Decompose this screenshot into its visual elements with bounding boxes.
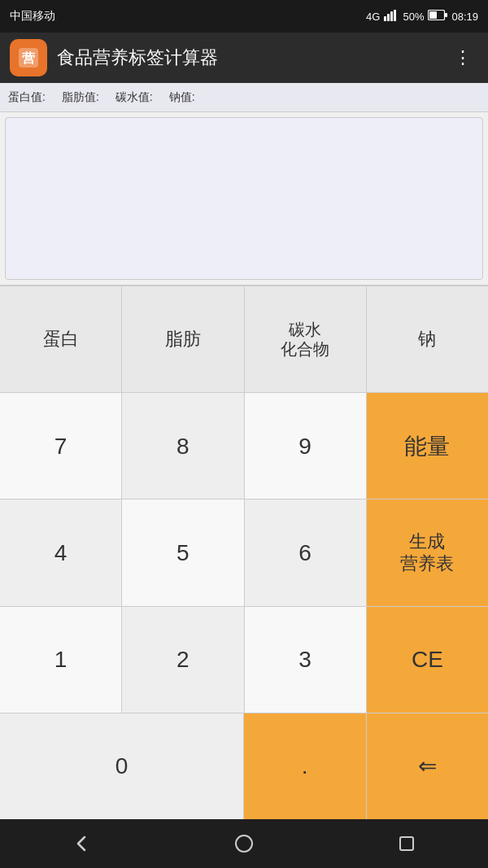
fat-label: 脂肪值:: [62, 90, 99, 105]
svg-rect-5: [445, 13, 447, 17]
home-button[interactable]: [220, 827, 268, 860]
app-icon: 营: [10, 39, 47, 76]
row-1: 7 8 9 能量: [0, 393, 488, 499]
key-7[interactable]: 7: [0, 393, 122, 499]
svg-point-10: [236, 835, 252, 852]
svg-rect-0: [384, 16, 386, 21]
row-2: 4 5 6 生成 营养表: [0, 499, 488, 606]
key-generate[interactable]: 生成 营养表: [367, 499, 488, 605]
key-9[interactable]: 9: [245, 393, 367, 499]
recents-button[interactable]: [382, 827, 431, 860]
key-protein[interactable]: 蛋白: [0, 286, 122, 392]
key-1[interactable]: 1: [0, 607, 122, 713]
app-bar: 营 食品营养标签计算器 ⋮: [0, 33, 488, 83]
svg-rect-1: [387, 14, 390, 21]
svg-rect-11: [400, 837, 413, 850]
key-8[interactable]: 8: [122, 393, 244, 499]
key-5[interactable]: 5: [122, 499, 244, 605]
info-bar: 蛋白值: 脂肪值: 碳水值: 钠值:: [0, 83, 488, 112]
display-area: [5, 117, 483, 280]
key-energy[interactable]: 能量: [367, 393, 488, 499]
time-label: 08:19: [451, 11, 478, 23]
protein-label: 蛋白值:: [8, 90, 46, 105]
status-bar: 中国移动 4G 50% 08:19: [0, 0, 488, 33]
app-title: 食品营养标签计算器: [57, 46, 447, 70]
key-4[interactable]: 4: [0, 499, 122, 605]
key-3[interactable]: 3: [245, 607, 367, 713]
sodium-label: 钠值:: [169, 90, 195, 105]
menu-icon[interactable]: ⋮: [447, 44, 478, 72]
network-label: 4G: [366, 11, 380, 23]
key-fat[interactable]: 脂肪: [122, 286, 244, 392]
key-carbs[interactable]: 碳水 化合物: [245, 286, 367, 392]
svg-rect-6: [429, 11, 437, 19]
category-row: 蛋白 脂肪 碳水 化合物 钠: [0, 286, 488, 393]
row-3: 1 2 3 CE: [0, 607, 488, 713]
svg-rect-2: [390, 11, 393, 21]
carrier-label: 中国移动: [10, 9, 55, 24]
key-backspace[interactable]: ⇐: [367, 713, 489, 819]
back-button[interactable]: [57, 827, 106, 860]
svg-rect-3: [394, 10, 396, 21]
key-0[interactable]: 0: [0, 713, 244, 819]
key-6[interactable]: 6: [245, 499, 367, 605]
svg-text:营: 营: [22, 51, 36, 65]
battery-label: 50%: [403, 11, 424, 23]
signal-icon: [384, 10, 399, 24]
key-ce[interactable]: CE: [367, 607, 488, 713]
nav-bar: [0, 819, 488, 868]
battery-icon: [428, 10, 447, 23]
row-4: 0 . ⇐: [0, 713, 488, 819]
status-icons: 4G 50% 08:19: [366, 10, 478, 24]
key-2[interactable]: 2: [122, 607, 244, 713]
carbs-label: 碳水值:: [115, 90, 153, 105]
key-dot[interactable]: .: [244, 713, 367, 819]
key-sodium[interactable]: 钠: [367, 286, 488, 392]
keypad: 蛋白 脂肪 碳水 化合物 钠 7 8 9 能量 4 5 6 生成 营养表 1 2…: [0, 285, 488, 819]
